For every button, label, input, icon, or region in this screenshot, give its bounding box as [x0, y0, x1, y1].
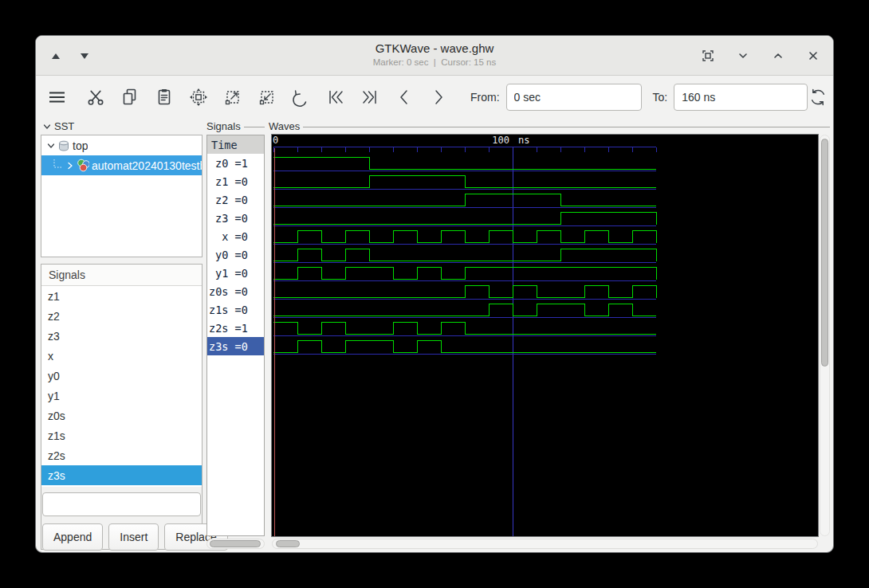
signal-values-list: z0 =1z1 =0z2 =0z3 =0x =0y0 =0y1 =0z0s =0…: [207, 154, 264, 355]
expander-down-icon: [45, 139, 57, 152]
signal-value: =0: [228, 285, 247, 298]
signal-list-item[interactable]: z3: [41, 326, 202, 346]
signal-value-row[interactable]: y0 =0: [207, 245, 264, 264]
zoom-out-button[interactable]: [257, 87, 277, 108]
signal-name: z3: [209, 212, 228, 225]
signal-value-row[interactable]: z1s =0: [207, 300, 264, 319]
signal-value-row[interactable]: z2 =0: [207, 190, 264, 209]
svg-text:100: 100: [492, 135, 509, 146]
signal-value-row[interactable]: y1 =0: [207, 264, 264, 282]
close-button[interactable]: [804, 47, 822, 65]
copy-icon: [120, 87, 140, 108]
wave-horizontal-scrollbar[interactable]: [272, 539, 818, 549]
toolbar: From: To:: [36, 76, 833, 119]
scroll-up-button[interactable]: [47, 47, 65, 65]
scroll-down-button[interactable]: [76, 47, 93, 65]
signal-name: z1: [209, 175, 228, 188]
reload-button[interactable]: [808, 87, 828, 108]
expander-right-icon: [64, 159, 77, 172]
triangle-up-icon: [51, 53, 61, 60]
expander-down-icon: [42, 122, 52, 131]
tree-item-label: automat20240130testbe: [92, 159, 202, 172]
signal-list-item[interactable]: z2s: [41, 445, 202, 465]
go-to-end-button[interactable]: [360, 87, 380, 108]
zoom-in-button[interactable]: [222, 87, 243, 108]
signal-name: x: [209, 230, 228, 243]
signal-list-item[interactable]: x: [41, 346, 202, 366]
maximize-button[interactable]: [769, 47, 787, 65]
signal-list-item[interactable]: y0: [41, 366, 202, 386]
signal-value: =0: [228, 304, 247, 316]
from-label: From:: [470, 91, 500, 104]
signal-search-panel: Signals z1z2z3xy0y1z0sz1sz2sz3s Append I…: [41, 264, 203, 550]
svg-text:0: 0: [273, 135, 278, 146]
signal-value: =0: [228, 267, 247, 280]
step-left-button[interactable]: [394, 87, 415, 108]
signal-filter-input[interactable]: [53, 494, 201, 515]
zoom-fit-button[interactable]: [188, 87, 209, 108]
scrollbar-thumb[interactable]: [210, 540, 261, 547]
wave-vertical-scrollbar[interactable]: [820, 135, 830, 536]
signal-value-row[interactable]: z0 =1: [207, 154, 264, 172]
insert-button[interactable]: Insert: [108, 523, 159, 551]
go-to-start-icon: [325, 87, 346, 108]
menu-button[interactable]: [46, 87, 67, 108]
zoom-out-icon: [257, 87, 277, 108]
unmaximize-button[interactable]: [734, 47, 752, 65]
values-frame-label: Signals: [206, 120, 265, 133]
signal-name: y0: [209, 249, 228, 261]
signal-value-row[interactable]: z0s =0: [207, 282, 264, 300]
signal-filter-box: [42, 492, 201, 516]
append-button[interactable]: Append: [42, 523, 103, 551]
undo-icon: [291, 87, 312, 108]
undo-button[interactable]: [291, 87, 312, 108]
signal-list-header-label: Signals: [49, 269, 85, 281]
signal-value-row[interactable]: z2s =1: [207, 319, 264, 337]
tree-item-top[interactable]: top: [41, 135, 202, 155]
step-right-button[interactable]: [428, 87, 449, 108]
go-to-start-button[interactable]: [325, 87, 346, 108]
cut-button[interactable]: [85, 87, 106, 108]
signal-list-item[interactable]: y1: [41, 386, 202, 406]
values-horizontal-scrollbar[interactable]: [206, 539, 265, 549]
from-input[interactable]: [506, 84, 642, 111]
db-cylinder-icon: [57, 139, 70, 152]
signal-list-column-header[interactable]: Signals: [41, 265, 202, 286]
signal-name: z2: [209, 194, 228, 206]
signal-value-row[interactable]: z3 =0: [207, 209, 264, 227]
signal-list-item[interactable]: z1: [41, 286, 202, 306]
sst-header[interactable]: SST: [42, 120, 74, 132]
scrollbar-thumb[interactable]: [821, 139, 828, 367]
titlebar: GTKWave - wave.ghw Marker: 0 sec | Curso…: [36, 36, 833, 76]
signal-list-item[interactable]: z2: [41, 306, 202, 326]
values-frame-label-text: Signals: [206, 120, 241, 132]
signal-search-list: z1z2z3xy0y1z0sz1sz2sz3s: [41, 286, 202, 487]
signal-value-row[interactable]: z3s =0: [207, 337, 264, 355]
fit-window-button[interactable]: [699, 47, 717, 65]
menu-icon: [46, 87, 67, 108]
tree-item-automat[interactable]: automat20240130testbe: [41, 155, 202, 175]
wave-canvas[interactable]: 0100ns: [271, 134, 819, 537]
tree-item-label: top: [73, 139, 88, 152]
copy-button[interactable]: [120, 87, 140, 108]
sst-header-label: SST: [54, 120, 74, 132]
to-input[interactable]: [674, 84, 808, 111]
signal-list-item[interactable]: z1s: [41, 425, 202, 445]
signal-list-item[interactable]: z0s: [41, 406, 202, 425]
signal-list-item[interactable]: z3s: [41, 465, 202, 485]
time-header[interactable]: Time: [207, 135, 264, 154]
to-label: To:: [653, 91, 668, 104]
waves-frame-label: Waves: [269, 120, 830, 133]
signal-name: z2s: [209, 322, 228, 335]
paste-icon: [154, 87, 175, 108]
step-right-icon: [428, 87, 449, 108]
signal-value-row[interactable]: z1 =0: [207, 172, 264, 190]
signal-value-row[interactable]: x =0: [207, 227, 264, 245]
signal-value: =0: [228, 340, 247, 353]
paste-button[interactable]: [154, 87, 175, 108]
triangle-down-icon: [80, 53, 89, 60]
signal-name: z0s: [209, 285, 228, 298]
go-to-end-icon: [360, 87, 380, 108]
chevron-down-icon: [737, 49, 749, 62]
scrollbar-thumb[interactable]: [276, 540, 300, 547]
